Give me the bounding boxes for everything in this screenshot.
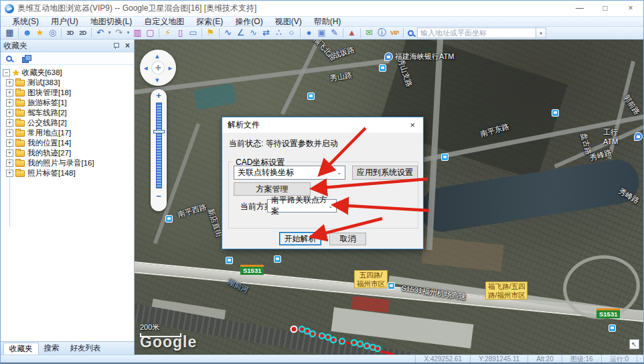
circle-icon[interactable]: ○ (285, 27, 298, 39)
scheme-manage-button[interactable]: 方案管理 (234, 182, 311, 196)
apply-to-system-button[interactable]: 应用到系统设置 (352, 166, 418, 180)
favorites-star-icon[interactable]: ★ (33, 27, 46, 39)
menu-item-6[interactable]: 视图(V) (269, 17, 308, 27)
tree-item-9[interactable]: +照片标签[148] (1, 168, 134, 178)
layers-icon[interactable] (22, 55, 30, 62)
expand-icon[interactable]: + (6, 139, 13, 147)
placemark-flag-icon[interactable]: ⚑ (204, 27, 217, 39)
tree-item-7[interactable]: +我的轨迹[27] (1, 148, 134, 158)
tree-item-5[interactable]: +常用地点[17] (1, 128, 134, 138)
expand-icon[interactable]: + (6, 129, 13, 137)
sidebar-tab-0[interactable]: 收藏夹 (3, 343, 39, 355)
tree-root-favorites[interactable]: −★收藏夹[638] (1, 68, 134, 78)
expand-icon[interactable]: + (6, 109, 13, 117)
dots-path-icon[interactable]: ∴ (272, 27, 285, 39)
tree-item-3[interactable]: +驾车线路[2] (1, 108, 134, 118)
angle-icon[interactable]: ∠ (234, 27, 247, 39)
transit-marker[interactable] (226, 257, 233, 264)
expand-icon[interactable]: + (6, 149, 13, 157)
tree-item-8[interactable]: +我的照片与录音[16] (1, 158, 134, 168)
zoom-out-button[interactable]: − (156, 190, 161, 202)
pan-up-icon[interactable]: ▴ (155, 52, 159, 59)
binoculars-icon[interactable]: ◎ (46, 27, 59, 39)
menu-item-4[interactable]: 探索(E) (190, 17, 229, 27)
expand-icon[interactable]: + (6, 79, 13, 86)
current-scheme-combobox[interactable]: 南平路关联点方案 ⌄ (267, 199, 337, 213)
dialog-close-icon[interactable]: × (407, 120, 418, 130)
nav-nw-arrow[interactable]: ↖ (629, 339, 639, 349)
expand-icon[interactable]: + (6, 170, 13, 177)
vip-icon[interactable]: VIP (388, 27, 401, 39)
pan-left-icon[interactable]: ◂ (144, 64, 148, 71)
expand-icon[interactable]: + (6, 119, 13, 127)
menu-item-5[interactable]: 操作(O) (229, 17, 268, 27)
transit-marker[interactable] (441, 154, 449, 161)
transit-marker[interactable] (388, 282, 395, 290)
save-icon[interactable]: ▦ (3, 27, 16, 39)
search-input[interactable] (417, 27, 536, 38)
expand-icon[interactable]: + (6, 160, 13, 167)
info-icon[interactable]: ⓘ (376, 27, 388, 39)
polyline-icon[interactable]: ∿ (222, 27, 234, 39)
view-3d-icon[interactable]: 3D (64, 27, 76, 39)
transit-marker[interactable] (552, 109, 559, 117)
redo-icon[interactable]: ↷ (112, 27, 125, 39)
pencil-icon[interactable]: ✎ (328, 27, 341, 39)
panel-close-icon[interactable]: × (125, 42, 130, 50)
sidebar-tab-1[interactable]: 搜索 (39, 343, 65, 355)
resize-grip-icon[interactable]: ⋰ (637, 355, 643, 363)
selection-icon[interactable]: ▢ (144, 27, 157, 39)
user-icon[interactable]: ☻ (21, 27, 33, 39)
zoom-handle[interactable] (153, 130, 165, 133)
transit-marker[interactable] (307, 93, 315, 100)
cancel-button[interactable]: 取消 (329, 233, 366, 245)
zoom-track[interactable] (156, 103, 162, 188)
start-parse-button[interactable]: 开始解析 (279, 232, 321, 245)
curve-icon[interactable]: ∿ (247, 27, 260, 39)
pan-down-icon[interactable]: ▾ (155, 76, 159, 83)
maximize-button[interactable]: □ (592, 1, 618, 16)
lightning-icon[interactable]: ⚡ (161, 27, 174, 39)
transit-marker[interactable] (379, 64, 386, 72)
menu-item-7[interactable]: 帮助(H) (308, 17, 347, 27)
zoom-slider[interactable]: + − (151, 89, 167, 211)
toggle-3d-2d-icon[interactable]: 2D (76, 27, 89, 39)
coord-mode-combobox[interactable]: 关联点转换坐标 ⌄ (234, 166, 345, 180)
ruler-icon[interactable]: ▯ (174, 27, 187, 39)
pin-icon[interactable] (113, 43, 118, 48)
sphere-icon[interactable]: ● (303, 27, 315, 39)
zoom-in-button[interactable]: + (156, 89, 161, 101)
search-dropdown-button[interactable]: ▾ (536, 27, 546, 38)
menu-item-3[interactable]: 自定义地图 (138, 17, 190, 27)
transit-marker[interactable] (165, 215, 173, 223)
sidebar-tab-2[interactable]: 好友列表 (65, 343, 106, 355)
tree-item-0[interactable]: +测试[383] (1, 78, 134, 88)
pan-right-icon[interactable]: ▸ (168, 64, 172, 71)
close-button[interactable]: × (618, 1, 643, 16)
transit-marker[interactable] (274, 255, 281, 263)
screen-icon[interactable]: ▭ (187, 27, 199, 39)
tree-item-1[interactable]: +图块管理[18] (1, 88, 134, 98)
transit-marker[interactable] (609, 324, 616, 332)
chat-icon[interactable]: ✉ (363, 27, 376, 39)
minimize-button[interactable]: — (567, 1, 592, 16)
delete-icon[interactable]: ▥ (131, 27, 144, 39)
pan-control[interactable]: ▴ ▾ ◂ ▸ ✚ (140, 50, 176, 86)
track-point[interactable] (299, 326, 305, 332)
tree-search-icon[interactable] (6, 56, 12, 62)
menu-item-2[interactable]: 地图切换(L) (84, 17, 139, 27)
menu-item-1[interactable]: 用户(U) (45, 17, 84, 27)
track-point[interactable] (305, 328, 310, 334)
pan-hand-icon[interactable]: ✚ (151, 61, 165, 74)
collapse-icon[interactable]: − (3, 69, 10, 76)
undo-icon[interactable]: ↶ (94, 27, 106, 39)
undo-caret-icon[interactable]: ▾ (106, 27, 112, 39)
tree-item-2[interactable]: +旅游标签[1] (1, 98, 134, 108)
expand-icon[interactable]: + (6, 99, 13, 107)
redo-caret-icon[interactable]: ▾ (125, 27, 131, 39)
signal-tower-icon[interactable]: ▲ (345, 27, 358, 39)
tree-item-6[interactable]: +我的位置[14] (1, 138, 134, 148)
menu-item-0[interactable]: 系统(S) (6, 17, 45, 27)
expand-icon[interactable]: + (6, 89, 13, 97)
tree-item-4[interactable]: +公交线路[2] (1, 118, 134, 128)
